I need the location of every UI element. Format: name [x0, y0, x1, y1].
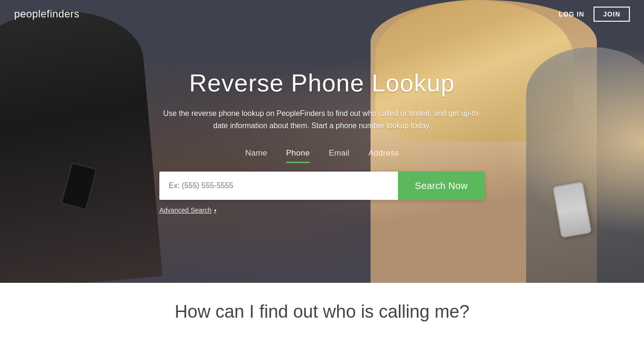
site-logo[interactable]: peoplefinders — [14, 8, 80, 20]
header: peoplefinders LOG IN JOIN — [0, 0, 644, 28]
below-fold-section: How can I find out who is calling me? — [0, 283, 644, 362]
tab-phone[interactable]: Phone — [286, 148, 310, 163]
hero-section: Reverse Phone Lookup Use the reverse pho… — [0, 0, 644, 283]
tab-address[interactable]: Address — [368, 148, 398, 163]
hero-text-block: Reverse Phone Lookup Use the reverse pho… — [148, 69, 496, 148]
hero-subtitle: Use the reverse phone lookup on PeopleFi… — [157, 107, 487, 132]
tab-email[interactable]: Email — [329, 148, 349, 163]
chevron-down-icon: ▾ — [214, 208, 216, 213]
search-now-button[interactable]: Search Now — [398, 172, 485, 200]
advanced-search-label: Advanced Search — [159, 206, 212, 214]
search-tabs: Name Phone Email Address — [245, 148, 399, 163]
search-box: Search Now — [159, 172, 485, 200]
advanced-search-link[interactable]: Advanced Search ▾ — [159, 206, 216, 214]
login-button[interactable]: LOG IN — [559, 10, 584, 18]
phone-search-input[interactable] — [159, 172, 398, 200]
tab-name[interactable]: Name — [245, 148, 267, 163]
join-button[interactable]: JOIN — [594, 7, 630, 22]
search-section: Name Phone Email Address Search Now Adva… — [159, 148, 485, 214]
hero-content-wrapper: Reverse Phone Lookup Use the reverse pho… — [148, 69, 496, 214]
person-left-silhouette — [0, 4, 163, 283]
hero-title: Reverse Phone Lookup — [157, 69, 487, 97]
search-panel: Search Now Advanced Search ▾ — [159, 163, 485, 214]
below-fold-title: How can I find out who is calling me? — [174, 302, 469, 322]
header-nav: LOG IN JOIN — [559, 7, 630, 22]
